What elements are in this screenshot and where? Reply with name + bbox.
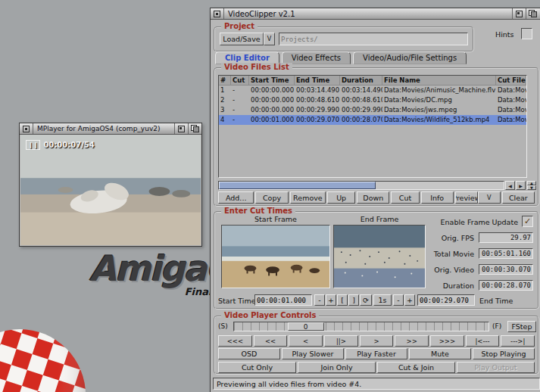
enable-frame-update-checkbox[interactable]: ✓ [522,216,533,227]
col-header-duration[interactable]: Duration [340,76,382,86]
scroll-left-button[interactable]: ◀ [505,181,515,190]
scroll-down-button[interactable]: ▼ [527,185,536,190]
col-header-start-time[interactable]: Start Time [249,76,295,86]
cell: Data:Movies/jws.mpeg [382,105,496,115]
goto-end-button[interactable]: --->| [501,335,535,347]
scroll-right-button[interactable]: ▶ [516,181,526,190]
videoclipper-title: VideoClipper v2.1 [224,10,512,18]
horizontal-scrollbar[interactable] [218,181,504,190]
play-pause-button[interactable]: ||> [324,335,358,347]
loop-button[interactable]: ⟳ [360,294,372,306]
start-frame-label: Start Frame [221,215,330,223]
cell: 00:00:29.990 [340,105,382,115]
copy-button[interactable]: Copy [255,191,288,204]
down-button[interactable]: Down [357,191,389,204]
osd-time: 00:00:07/54 [43,141,94,149]
add-button[interactable]: Add... [218,191,254,204]
step-size-button[interactable]: 1s [373,294,392,306]
tab-video-audio-file-settings[interactable]: Video/Audio/File Settings [353,51,467,64]
mplayer-video[interactable]: ❙❙ 00:00:07/54 [20,135,201,245]
cell: - [231,95,249,105]
step-back-button[interactable]: < [289,335,323,347]
play-slower-button[interactable]: Play Slower [282,348,344,359]
cell: 00:00:00.000 [249,86,295,95]
rewind-fast-button[interactable]: <<< [218,335,252,347]
rewind-button[interactable]: << [254,335,288,347]
table-row[interactable]: 1 - 00:00:00.000 00:03:14.490 00:03:14.4… [219,86,526,95]
table-row[interactable]: 2 - 00:00:00.000 00:00:48.610 00:00:48.6… [219,95,526,105]
cell: 4 [219,115,231,125]
depth-gadget-icon[interactable] [526,8,539,19]
horizontal-scrollbar-thumb[interactable] [219,182,376,189]
videoclipper-titlebar[interactable]: VideoClipper v2.1 [211,8,540,20]
clear-button[interactable]: Clear [502,191,535,204]
start-frame-image [222,226,329,288]
cut-only-button[interactable]: Cut Only [218,362,296,373]
orig-fps-value: 29.97 [479,232,533,243]
cell: Data:Movies [496,86,526,95]
videoclipper-window: VideoClipper v2.1 Project Load/Save V Hi… [210,8,540,392]
col-header-end-time[interactable]: End Time [295,76,340,86]
depth-gadget-icon[interactable] [188,123,201,134]
end-minus-button[interactable]: - [393,294,404,306]
close-gadget-icon[interactable] [20,123,33,134]
cut-and-join-button[interactable]: Cut & Join [377,362,455,373]
table-row-selected[interactable]: 4 - 00:00:01.000 00:00:29.070 00:00:28.0… [219,115,526,125]
close-gadget-icon[interactable] [211,8,224,19]
seek-slider-thumb[interactable]: 0 [288,322,324,331]
play-faster-button[interactable]: Play Faster [345,348,407,359]
remove-button[interactable]: Remove [290,191,326,204]
status-bar: Previewing all video files from video #4… [213,378,540,390]
end-frame-label: End Frame [333,215,426,223]
cell: 00:00:48.610 [295,95,340,105]
preview-popup-button[interactable]: V [478,191,501,204]
project-group-label: Project [221,22,258,30]
seek-slider[interactable]: 0 [233,322,489,331]
mplayer-osd: ❙❙ 00:00:07/54 [26,140,95,150]
col-header-file-name[interactable]: File Name [382,76,496,86]
col-header-index[interactable]: # [219,76,231,86]
goto-start-button[interactable]: |<--- [466,335,500,347]
preview-button[interactable]: Preview [455,191,478,204]
cell: 00:03:14.490 [340,86,382,95]
join-only-button[interactable]: Join Only [298,362,376,373]
load-save-button[interactable]: Load/Save [220,33,264,45]
mute-button[interactable]: Mute [409,348,471,359]
start-time-input[interactable] [254,294,312,306]
cell: 00:00:48.610 [340,95,382,105]
transport-row: <<< << < ||> > >> >>> |<--- --->| [218,335,535,347]
project-path-input[interactable] [279,33,468,45]
col-header-cut[interactable]: Cut [231,76,249,86]
end-time-input[interactable] [417,294,475,306]
fstep-button[interactable]: FStep [507,321,536,332]
zoom-gadget-icon[interactable] [174,123,188,134]
stop-playing-button[interactable]: Stop Playing [473,348,535,359]
start-plus-button[interactable]: + [326,294,336,306]
table-row[interactable]: 3 - 00:00:00.000 00:00:29.990 00:00:29.9… [219,105,526,115]
play-output-button: Play Output [457,362,535,373]
bracket-open-button[interactable]: [ [337,294,348,306]
enable-frame-update-label: Enable Frame Update [427,218,518,226]
video-player-controls-group: Video Player Controls (S) 0 (F) FStep <<… [214,316,539,375]
slider-end-label: (F) [492,322,501,330]
mplayer-titlebar[interactable]: MPlayer for AmigaOS4 (comp_yuv2) [20,123,201,135]
zoom-gadget-icon[interactable] [512,8,526,19]
osd-button[interactable]: OSD [218,348,280,359]
end-plus-button[interactable]: + [404,294,415,306]
step-forward-button[interactable]: > [360,335,394,347]
up-button[interactable]: Up [327,191,355,204]
project-group: Project Load/Save V [214,26,474,52]
start-minus-button[interactable]: - [314,294,325,306]
cut-button[interactable]: Cut [391,191,419,204]
load-save-popup-button[interactable]: V [264,33,275,45]
bracket-close-button[interactable]: ] [348,294,359,306]
forward-button[interactable]: >> [395,335,429,347]
col-header-cut-file-name[interactable]: Cut File Name [496,76,526,86]
hints-checkbox[interactable] [521,28,532,39]
cell: Data:Movies/Animusic_Machine.flv [382,86,496,95]
video-files-table: # Cut Start Time End Time Duration File … [218,75,527,178]
forward-fast-button[interactable]: >>> [430,335,464,347]
start-frame-thumbnail [221,225,330,288]
cell: 00:03:14.490 [295,86,340,95]
info-button[interactable]: Info [421,191,454,204]
